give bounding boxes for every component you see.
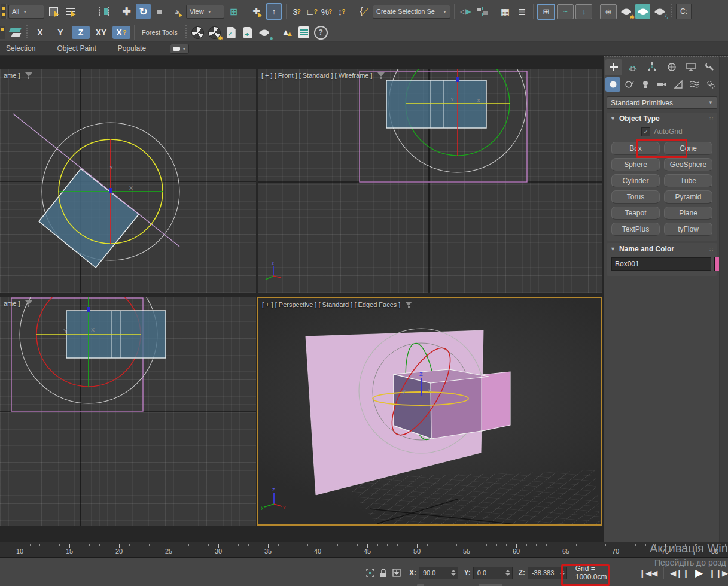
category-shapes[interactable] <box>622 77 636 92</box>
ribbon-tab-selection[interactable]: Selection <box>0 44 51 53</box>
align-icon[interactable] <box>475 4 490 19</box>
category-geometry[interactable] <box>605 77 620 92</box>
primitives-category-dropdown[interactable]: Standard Primitives ▼ <box>607 96 717 109</box>
box-object[interactable] <box>386 80 486 128</box>
select-and-rotate-icon[interactable]: ↻ <box>136 4 151 19</box>
category-systems[interactable] <box>703 77 718 92</box>
timeline-frame-30[interactable]: 30 <box>215 548 222 555</box>
primitive-plane-button[interactable]: Plane <box>664 207 712 220</box>
object-name-input[interactable] <box>611 257 711 271</box>
rectangular-selection-region-icon[interactable] <box>80 4 95 19</box>
absolute-offset-toggle-icon[interactable] <box>390 567 403 579</box>
axis-constraint-x?[interactable]: X? <box>112 26 130 39</box>
tab-display[interactable] <box>683 59 699 75</box>
timeline-frame-80[interactable]: 80 <box>711 548 718 555</box>
y-coordinate-field[interactable]: 0.0 <box>473 567 513 579</box>
timeline-frame-55[interactable]: 55 <box>463 548 470 555</box>
render-setup-icon[interactable]: ⊛ <box>600 4 617 19</box>
viewport-front[interactable]: Y X z [ + ] [ Front ] [ Standard ] [ Wir… <box>258 69 602 293</box>
render-production-icon[interactable]: ϟ <box>652 4 667 19</box>
axis-constraint-xy[interactable]: XY <box>92 26 110 39</box>
forest-pack-icon[interactable] <box>190 25 205 40</box>
filter-icon[interactable] <box>25 72 32 79</box>
forest-export-icon[interactable]: ➜ <box>240 25 255 40</box>
timeline-frame-10[interactable]: 10 <box>16 548 23 555</box>
curve-editor-icon[interactable]: ~ <box>557 4 574 19</box>
primitive-tyflow-button[interactable]: tyFlow <box>664 223 712 236</box>
play-button[interactable]: ▶ <box>695 567 703 579</box>
category-spacewarps[interactable] <box>687 77 702 92</box>
timeline-frame-70[interactable]: 70 <box>612 548 619 555</box>
timeline-frame-75[interactable]: 75 <box>662 548 669 555</box>
viewport-bottom-left[interactable]: Y X ame ] <box>0 297 256 526</box>
schematic-view-icon[interactable]: ↓ <box>575 4 592 19</box>
timeline-frame-60[interactable]: 60 <box>513 548 520 555</box>
filter-icon[interactable] <box>25 300 32 307</box>
rollout-grip-icon[interactable]: ∷ <box>709 246 714 253</box>
box-object-through-plane[interactable] <box>482 372 510 431</box>
window-crossing-icon[interactable] <box>96 4 111 19</box>
name-and-color-rollout-header[interactable]: ▼ Name and Color ∷ <box>607 244 717 254</box>
percent-snap-icon[interactable]: %? <box>320 4 333 19</box>
autogrid-checkbox[interactable]: ✓ <box>641 127 650 136</box>
ribbon-tab-object-paint[interactable]: Object Paint <box>51 44 111 53</box>
x-coordinate-field[interactable]: 90.0 <box>419 567 458 579</box>
next-frame-button[interactable]: ❙❙▶ <box>709 569 728 578</box>
forest-render-icon[interactable]: ● <box>257 25 272 40</box>
render-frame-window-icon[interactable]: ✱ <box>619 4 633 19</box>
select-by-name-icon[interactable] <box>63 4 78 19</box>
select-object-icon[interactable] <box>46 4 61 19</box>
layer-explorer-icon[interactable]: ≣ <box>514 4 529 19</box>
primitive-tube-button[interactable]: Tube <box>664 174 712 187</box>
project-folder-button[interactable]: C: <box>676 4 692 19</box>
primitive-torus-button[interactable]: Torus <box>611 190 660 204</box>
panel-scroll-gutter[interactable] <box>719 57 728 542</box>
viewport-perspective-active[interactable]: Z x y z y x [ + ] [ Perspective ] [ Stan… <box>257 297 602 526</box>
tab-hierarchy[interactable] <box>644 59 660 75</box>
axis-constraint-y[interactable]: Y <box>51 26 69 39</box>
isolate-selection-icon[interactable] <box>364 567 377 579</box>
viewport-top-left[interactable]: Y X ame ] <box>0 69 256 293</box>
use-pivot-center-icon[interactable]: ⊞ <box>226 4 241 19</box>
object-type-rollout-header[interactable]: ▼ Object Type ∷ <box>607 113 717 124</box>
tab-create[interactable] <box>605 59 622 75</box>
angle-snap-icon[interactable]: ∟? <box>305 4 318 19</box>
timeline-frame-50[interactable]: 50 <box>413 548 421 555</box>
tab-utilities[interactable] <box>702 59 718 75</box>
viewport-label[interactable]: ame ] <box>4 72 32 79</box>
ribbon-tab-populate[interactable]: Populate <box>112 44 162 53</box>
axis-constraint-x[interactable]: X <box>31 26 49 39</box>
primitive-cylinder-button[interactable]: Cylinder <box>611 174 660 187</box>
scene-explorer-icon[interactable]: ▦ <box>498 4 513 19</box>
selection-lock-icon[interactable] <box>377 567 390 579</box>
spinner-arrows-icon[interactable] <box>505 570 510 576</box>
box-object-right-face[interactable] <box>431 377 489 439</box>
select-and-manipulate-icon[interactable]: ✚ <box>249 4 264 19</box>
primitive-sphere-button[interactable]: Sphere <box>611 158 660 171</box>
reference-coordinate-dropdown[interactable]: View ▼ <box>186 5 224 19</box>
help-icon[interactable]: ? <box>313 25 328 40</box>
forest-tools-button[interactable]: Forest Tools <box>138 29 181 36</box>
category-helpers[interactable] <box>671 77 686 92</box>
timeline-frame-40[interactable]: 40 <box>314 548 321 555</box>
timeline-frame-65[interactable]: 65 <box>562 548 569 555</box>
filter-icon[interactable] <box>405 302 412 308</box>
axis-constraint-z[interactable]: Z <box>72 26 90 39</box>
category-cameras[interactable] <box>654 77 669 92</box>
selection-filter-dropdown[interactable]: All ▼ <box>8 5 44 19</box>
viewport-label[interactable]: ame ] <box>4 300 32 307</box>
viewport-label[interactable]: [ + ] [ Perspective ] [ Standard ] [ Edg… <box>262 301 412 308</box>
ribbon-minimize-dropdown[interactable]: ▼ <box>170 44 189 54</box>
timeline-frame-15[interactable]: 15 <box>66 548 73 555</box>
select-and-scale-icon[interactable] <box>153 4 167 19</box>
primitive-geosphere-button[interactable]: GeoSphere <box>664 158 712 171</box>
forest-settings-icon[interactable]: ✱ <box>207 25 222 40</box>
primitive-pyramid-button[interactable]: Pyramid <box>664 190 712 204</box>
tab-modify[interactable] <box>625 59 641 75</box>
previous-frame-button[interactable]: ◀❙❙ <box>670 569 689 578</box>
toggle-ribbon-icon[interactable]: ⊞ <box>537 4 555 20</box>
timeline-frame-35[interactable]: 35 <box>264 548 272 555</box>
forest-library-icon[interactable]: ✓ <box>224 25 239 40</box>
edit-named-selection-sets-icon[interactable]: {╱ <box>356 4 371 19</box>
timeline-frame-25[interactable]: 25 <box>165 548 172 555</box>
